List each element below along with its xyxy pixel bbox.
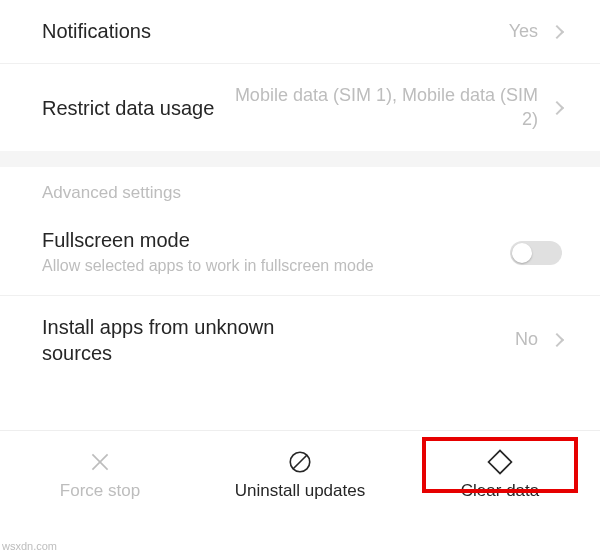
unknown-value: No bbox=[515, 329, 538, 350]
fullscreen-label: Fullscreen mode bbox=[42, 229, 510, 252]
uninstall-updates-label: Uninstall updates bbox=[235, 481, 365, 501]
eraser-icon bbox=[487, 449, 513, 475]
watermark: wsxdn.com bbox=[0, 540, 57, 552]
force-stop-label: Force stop bbox=[60, 481, 140, 501]
x-icon bbox=[87, 449, 113, 475]
restrict-label: Restrict data usage bbox=[42, 95, 214, 121]
section-header-advanced: Advanced settings bbox=[0, 167, 600, 211]
fullscreen-sub: Allow selected apps to work in fullscree… bbox=[42, 256, 510, 277]
uninstall-updates-button[interactable]: Uninstall updates bbox=[200, 441, 400, 509]
prohibit-icon bbox=[287, 449, 313, 475]
section-divider bbox=[0, 151, 600, 167]
svg-line-3 bbox=[293, 455, 307, 469]
notifications-label: Notifications bbox=[42, 20, 151, 43]
row-notifications[interactable]: Notifications Yes bbox=[0, 0, 600, 64]
force-stop-button: Force stop bbox=[0, 441, 200, 509]
chevron-right-icon bbox=[550, 333, 564, 347]
row-restrict-data[interactable]: Restrict data usage Mobile data (SIM 1),… bbox=[0, 64, 600, 151]
clear-data-button[interactable]: Clear data bbox=[400, 441, 600, 509]
row-fullscreen-mode[interactable]: Fullscreen mode Allow selected apps to w… bbox=[0, 211, 600, 296]
svg-rect-4 bbox=[489, 451, 512, 474]
bottom-action-bar: Force stop Uninstall updates Clear data bbox=[0, 430, 600, 557]
notifications-value: Yes bbox=[151, 20, 538, 43]
chevron-right-icon bbox=[550, 25, 564, 39]
unknown-label: Install apps from unknown sources bbox=[42, 314, 302, 366]
restrict-value: Mobile data (SIM 1), Mobile data (SIM 2) bbox=[214, 84, 538, 131]
chevron-right-icon bbox=[550, 101, 564, 115]
fullscreen-toggle[interactable] bbox=[510, 241, 562, 265]
row-unknown-sources[interactable]: Install apps from unknown sources No bbox=[0, 296, 600, 384]
clear-data-label: Clear data bbox=[461, 481, 539, 501]
